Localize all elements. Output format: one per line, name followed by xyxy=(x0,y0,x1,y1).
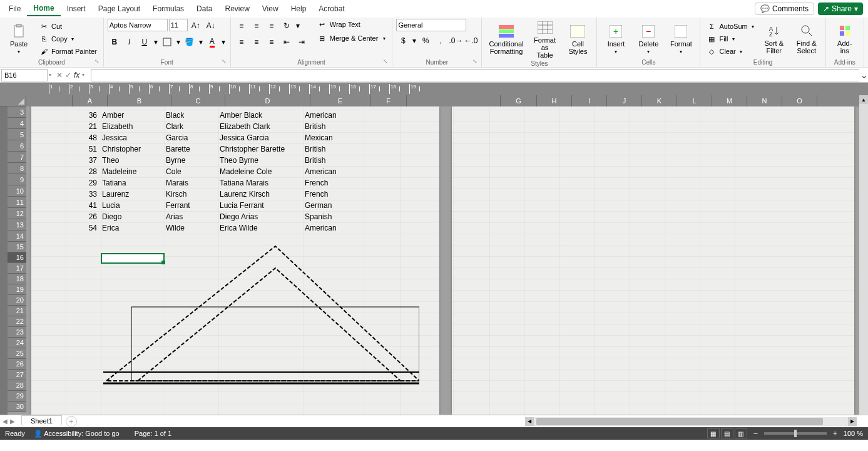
cell[interactable]: Madeleine xyxy=(101,167,165,176)
select-all-corner[interactable] xyxy=(0,95,26,106)
align-right-button[interactable]: ≡ xyxy=(265,35,278,49)
page-1[interactable]: 36AmberBlackAmber BlackAmerican21Elizabe… xyxy=(31,106,439,415)
wrap-text-button[interactable]: ↩Wrap Text xyxy=(315,19,389,30)
align-left-button[interactable]: ≡ xyxy=(235,35,248,49)
table-row[interactable]: 21ElizabethClarkElizabeth ClarkBritish xyxy=(66,121,364,132)
col-header-K[interactable]: K xyxy=(642,95,677,106)
comma-button[interactable]: , xyxy=(434,34,447,48)
fill-color-button[interactable]: 🪣 xyxy=(183,35,197,49)
decrease-font-button[interactable]: A↓ xyxy=(204,19,218,33)
cell[interactable]: Mexican xyxy=(304,133,364,142)
clear-button[interactable]: ◇Clear▾ xyxy=(704,46,756,57)
cell[interactable]: Byrne xyxy=(165,156,218,165)
cell[interactable]: Laurenz Kirsch xyxy=(218,190,304,199)
cell[interactable]: British xyxy=(304,145,364,153)
orientation-dropdown[interactable]: ▾ xyxy=(295,19,301,33)
page-2[interactable] xyxy=(452,106,854,415)
shape-group[interactable] xyxy=(69,243,419,387)
table-row[interactable]: 41LuciaFerrantLucia FerrantGerman xyxy=(66,200,364,211)
scroll-right-button[interactable]: ▶ xyxy=(848,417,857,426)
tab-insert[interactable]: Insert xyxy=(61,2,92,16)
tab-home[interactable]: Home xyxy=(27,1,60,16)
increase-decimal-button[interactable]: .0→ xyxy=(449,34,462,48)
cell[interactable]: Lucia xyxy=(101,201,165,210)
zoom-out-button[interactable]: − xyxy=(753,429,758,438)
col-header-H[interactable]: H xyxy=(537,95,572,106)
delete-cells-button[interactable]: −Delete▾ xyxy=(633,19,663,59)
borders-button[interactable] xyxy=(160,35,174,49)
tab-data[interactable]: Data xyxy=(190,2,218,16)
col-header-B[interactable]: B xyxy=(108,95,171,106)
insert-function-button[interactable]: fx xyxy=(74,71,79,80)
cell[interactable]: 36 xyxy=(66,111,101,120)
prev-sheet-button[interactable]: ◀ xyxy=(3,418,8,425)
col-header-C[interactable]: C xyxy=(171,95,225,106)
add-sheet-button[interactable]: + xyxy=(66,416,77,427)
comments-button[interactable]: 💬 Comments xyxy=(755,3,814,15)
tab-page-layout[interactable]: Page Layout xyxy=(92,2,146,16)
sheet-tab-sheet1[interactable]: Sheet1 xyxy=(21,415,62,426)
col-header-L[interactable]: L xyxy=(677,95,712,106)
table-row[interactable]: 29TatianaMaraisTatiana MaraisFrench xyxy=(66,177,364,189)
formula-input[interactable] xyxy=(91,69,859,81)
merge-center-button[interactable]: ⊞Merge & Center▾ xyxy=(315,33,389,44)
number-dialog-launcher[interactable]: ⤡ xyxy=(472,58,480,66)
cell[interactable]: Black xyxy=(165,111,218,120)
cell[interactable]: Marais xyxy=(165,179,218,187)
cell[interactable]: Ferrant xyxy=(165,201,218,210)
italic-button[interactable]: I xyxy=(123,35,136,49)
conditional-formatting-button[interactable]: Conditional Formatting xyxy=(486,19,526,60)
cell[interactable]: Garcia xyxy=(165,133,218,142)
cell[interactable]: Madeleine Cole xyxy=(218,167,304,176)
align-top-button[interactable]: ≡ xyxy=(235,19,248,33)
cell[interactable]: Kirsch xyxy=(165,190,218,199)
tab-acrobat[interactable]: Acrobat xyxy=(312,2,350,16)
cell[interactable]: Tatiana xyxy=(101,179,165,187)
tab-help[interactable]: Help xyxy=(285,2,313,16)
status-accessibility[interactable]: 👤 Accessibility: Good to go xyxy=(34,430,120,438)
cell[interactable]: Diego Arias xyxy=(218,212,304,221)
tab-review[interactable]: Review xyxy=(218,2,255,16)
font-name-select[interactable] xyxy=(108,19,168,31)
cell[interactable]: Theo xyxy=(101,156,165,165)
cell[interactable]: Elizabeth Clark xyxy=(218,122,304,131)
zoom-slider[interactable] xyxy=(764,432,827,435)
font-color-dropdown[interactable]: ▾ xyxy=(220,35,227,49)
align-bottom-button[interactable]: ≡ xyxy=(265,19,278,33)
format-cells-button[interactable]: Format▾ xyxy=(666,19,696,59)
col-header-N[interactable]: N xyxy=(747,95,782,106)
underline-button[interactable]: U xyxy=(138,35,151,49)
zoom-thumb[interactable] xyxy=(794,430,797,437)
cell[interactable]: 37 xyxy=(66,156,101,165)
cell[interactable]: French xyxy=(304,190,364,199)
increase-font-button[interactable]: A↑ xyxy=(189,19,203,33)
insert-cells-button[interactable]: +Insert▾ xyxy=(601,19,631,59)
fx-dropdown[interactable]: ▾ xyxy=(82,72,84,78)
cell[interactable]: Christopher xyxy=(101,145,165,153)
cell[interactable]: 51 xyxy=(66,145,101,153)
fill-button[interactable]: ▦Fill▾ xyxy=(704,33,756,44)
expand-formula-bar-button[interactable]: ⌄ xyxy=(859,69,868,81)
decrease-decimal-button[interactable]: ←.0 xyxy=(464,34,477,48)
cell[interactable]: Spanish xyxy=(304,212,364,221)
name-box[interactable] xyxy=(1,69,48,81)
underline-dropdown[interactable]: ▾ xyxy=(153,35,159,49)
tab-formulas[interactable]: Formulas xyxy=(146,2,190,16)
cancel-formula-button[interactable]: ✕ xyxy=(56,71,63,80)
cell[interactable]: 41 xyxy=(66,201,101,210)
cell[interactable]: 54 xyxy=(66,224,101,232)
cell[interactable]: Arias xyxy=(165,212,218,221)
table-row[interactable]: 37TheoByrneTheo ByrneBritish xyxy=(66,155,364,166)
cell[interactable]: British xyxy=(304,122,364,131)
cell-styles-button[interactable]: Cell Styles xyxy=(563,19,593,60)
cell[interactable]: Erica Wilde xyxy=(218,224,304,232)
format-painter-button[interactable]: 🖌Format Painter xyxy=(36,46,100,57)
view-page-break-button[interactable]: ▥ xyxy=(735,428,747,438)
next-sheet-button[interactable]: ▶ xyxy=(10,418,15,425)
cell[interactable]: Barette xyxy=(165,145,218,153)
cell[interactable]: Christopher Barette xyxy=(218,145,304,153)
paste-button[interactable]: Paste ▾ xyxy=(4,19,34,59)
find-select-button[interactable]: Find & Select xyxy=(792,19,822,59)
table-row[interactable]: 28MadeleineColeMadeleine ColeAmerican xyxy=(66,166,364,177)
table-row[interactable]: 48JessicaGarciaJessica GarciaMexican xyxy=(66,132,364,143)
